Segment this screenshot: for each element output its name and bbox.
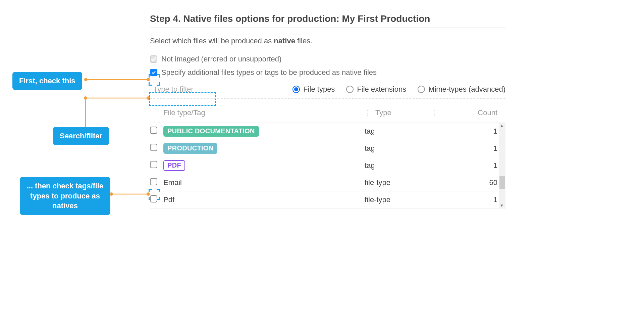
file-types-table: File type/Tag ⋮ Type ⋮ Count PUBLIC DOCU… (150, 105, 505, 209)
option-specify[interactable]: Specify additional files types or tags t… (150, 68, 505, 77)
row-type: tag (365, 127, 432, 136)
table-row: Email file-type 60 (150, 174, 505, 191)
not-imaged-checkbox (150, 55, 157, 63)
page-title: Step 4. Native files options for product… (150, 13, 505, 28)
row-count: 1 (432, 195, 499, 204)
row-count: 1 (432, 144, 499, 153)
radio-mime-types[interactable]: Mime-types (advanced) (418, 85, 505, 94)
svg-point-5 (147, 192, 150, 196)
intro-text: Select which files will be produced as n… (150, 37, 505, 45)
filter-mode-radios: File types File extensions Mime-types (a… (292, 85, 505, 94)
row-checkbox[interactable] (150, 178, 157, 185)
row-checkbox[interactable] (150, 195, 157, 202)
svg-point-3 (147, 96, 150, 100)
tag-pill: PRODUCTION (163, 143, 217, 154)
row-type: tag (365, 144, 432, 153)
intro-pre: Select which files will be produced as (150, 37, 274, 45)
filter-input[interactable]: Type to filter (150, 83, 214, 96)
radio-file-extensions-label: File extensions (357, 85, 406, 94)
row-label: Pdf (163, 195, 365, 204)
intro-post: files. (295, 37, 312, 45)
option-not-imaged: Not imaged (errored or unsupported) (150, 55, 505, 63)
row-checkbox[interactable] (150, 161, 157, 168)
callout-then-check: ... then check tags/file types to produc… (20, 177, 110, 215)
tag-pill: PUBLIC DOCUMENTATION (163, 126, 259, 137)
radio-file-extensions[interactable]: File extensions (346, 85, 406, 94)
col-count[interactable]: Count (478, 108, 499, 117)
row-count: 1 (432, 161, 499, 170)
intro-bold: native (274, 37, 295, 45)
row-type: tag (365, 161, 432, 170)
col-name[interactable]: File type/Tag (163, 108, 365, 117)
table-row: Pdf file-type 1 ▼ (150, 191, 505, 209)
svg-point-0 (84, 78, 88, 81)
row-count: 60 (432, 178, 499, 187)
specify-label: Specify additional files types or tags t… (161, 68, 377, 77)
row-label: Email (163, 178, 365, 187)
callout-search-filter: Search/filter (53, 127, 109, 145)
column-menu-icon[interactable]: ⋮ (432, 109, 442, 117)
radio-file-types[interactable]: File types (292, 85, 335, 94)
row-type: file-type (365, 195, 432, 204)
table-row: PUBLIC DOCUMENTATION tag 1 ▲ (150, 123, 505, 140)
table-body: PUBLIC DOCUMENTATION tag 1 ▲ PRODUCTION … (150, 123, 505, 209)
radio-file-types-label: File types (303, 85, 335, 94)
scroll-up-icon[interactable]: ▲ (500, 123, 504, 128)
row-checkbox[interactable] (150, 144, 157, 151)
specify-checkbox[interactable] (150, 69, 157, 76)
table-row: PDF tag 1 (150, 157, 505, 174)
scroll-down-icon[interactable]: ▼ (500, 203, 504, 208)
col-type[interactable]: Type (375, 108, 391, 117)
scrollbar-thumb[interactable] (499, 176, 505, 189)
table-row: PRODUCTION tag 1 (150, 140, 505, 157)
step4-panel: Step 4. Native files options for product… (150, 13, 505, 230)
table-header: File type/Tag ⋮ Type ⋮ Count (150, 105, 505, 123)
filter-row: Type to filter File types File extension… (150, 83, 505, 99)
svg-point-2 (84, 96, 87, 100)
not-imaged-label: Not imaged (errored or unsupported) (161, 55, 281, 63)
panel-footer-spacer (150, 210, 505, 230)
row-checkbox[interactable] (150, 127, 157, 134)
callout-first-check: First, check this (12, 72, 82, 90)
tag-pill: PDF (163, 160, 185, 171)
row-count: 1 (432, 127, 499, 136)
radio-mime-types-label: Mime-types (advanced) (428, 85, 505, 94)
row-type: file-type (365, 178, 432, 187)
column-menu-icon[interactable]: ⋮ (365, 109, 375, 117)
svg-point-1 (147, 78, 150, 81)
